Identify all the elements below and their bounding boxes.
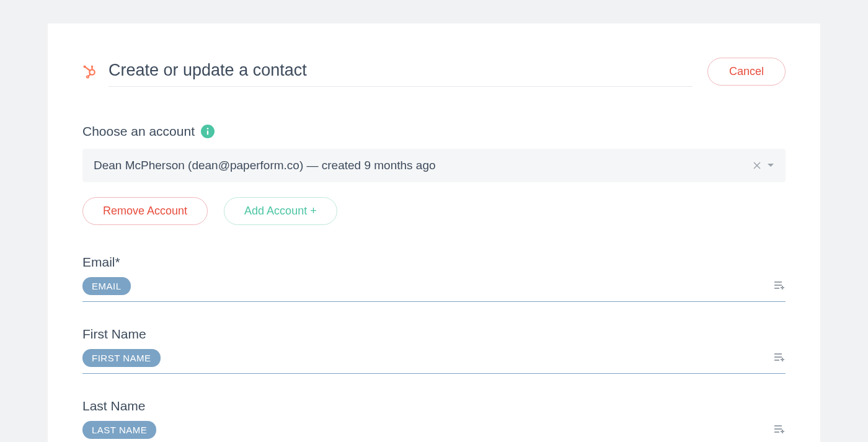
token-pill[interactable]: EMAIL <box>82 277 131 295</box>
account-select[interactable]: Dean McPherson (dean@paperform.co) — cre… <box>82 149 786 182</box>
insert-variable-icon[interactable] <box>773 280 786 293</box>
field-input[interactable]: FIRST NAME <box>82 349 786 374</box>
choose-account-label: Choose an account <box>82 124 195 139</box>
account-label-row: Choose an account <box>82 124 786 139</box>
field-email: Email* EMAIL <box>82 255 786 302</box>
svg-point-2 <box>91 66 93 68</box>
action-title-input[interactable] <box>108 56 693 87</box>
token-pill[interactable]: FIRST NAME <box>82 349 161 367</box>
clear-icon[interactable] <box>753 162 761 169</box>
remove-account-button[interactable]: Remove Account <box>82 197 208 225</box>
cancel-button[interactable]: Cancel <box>707 58 786 86</box>
field-first-name: First Name FIRST NAME <box>82 327 786 374</box>
field-label: Email* <box>82 255 786 270</box>
field-input[interactable]: EMAIL <box>82 277 786 302</box>
account-actions: Remove Account Add Account + <box>82 197 786 225</box>
header-row: Cancel <box>82 56 786 87</box>
insert-variable-icon[interactable] <box>773 424 786 436</box>
field-label: First Name <box>82 327 786 342</box>
token-pill[interactable]: LAST NAME <box>82 421 156 439</box>
title-wrap <box>82 56 693 87</box>
insert-variable-icon[interactable] <box>773 352 786 365</box>
add-account-button[interactable]: Add Account + <box>224 197 337 225</box>
svg-point-4 <box>84 66 86 68</box>
account-select-controls <box>753 162 774 169</box>
account-selected-value: Dean McPherson (dean@paperform.co) — cre… <box>94 159 436 172</box>
svg-point-6 <box>87 76 89 77</box>
integration-card: Cancel Choose an account Dean McPherson … <box>48 24 820 442</box>
field-input[interactable]: LAST NAME <box>82 421 786 442</box>
hubspot-icon <box>82 64 97 79</box>
svg-rect-8 <box>207 131 208 135</box>
field-label: Last Name <box>82 399 786 413</box>
svg-line-3 <box>86 67 91 71</box>
svg-point-7 <box>207 128 209 130</box>
chevron-down-icon[interactable] <box>767 163 774 168</box>
info-icon[interactable] <box>201 125 215 138</box>
field-last-name: Last Name LAST NAME <box>82 399 786 442</box>
